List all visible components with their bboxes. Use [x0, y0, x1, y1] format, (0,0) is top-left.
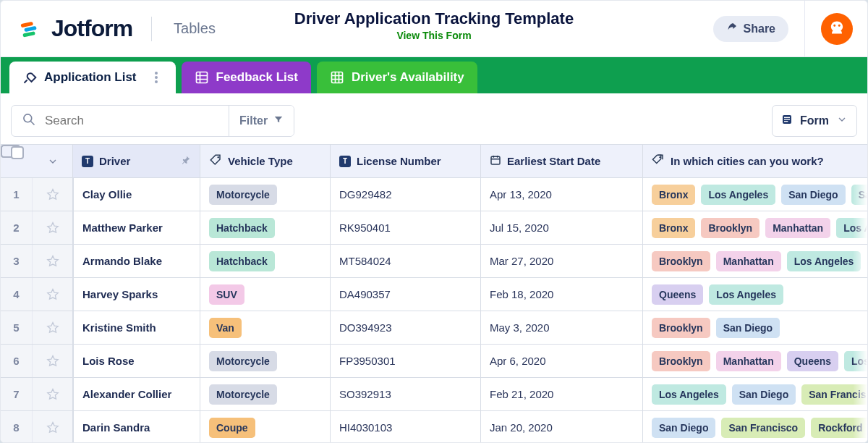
cell-vehicle[interactable]: SUV: [200, 278, 331, 311]
col-select-all[interactable]: [1, 145, 20, 158]
cell-license[interactable]: MT584024: [331, 245, 481, 277]
cell-license[interactable]: DA490357: [331, 278, 481, 311]
chip[interactable]: San Diego: [716, 318, 780, 338]
table-row[interactable]: 1Clay OllieMotorcycleDG929482Apr 13, 202…: [1, 178, 867, 211]
cell-start[interactable]: Mar 27, 2020: [481, 245, 643, 277]
cell-vehicle[interactable]: Coupe: [200, 411, 331, 443]
cell-driver[interactable]: Alexander Collier: [73, 378, 200, 410]
cell-start[interactable]: Apr 13, 2020: [481, 178, 643, 211]
chip[interactable]: Manhattan: [716, 251, 781, 271]
tab-menu-button[interactable]: [150, 69, 163, 86]
col-driver[interactable]: T Driver: [73, 145, 200, 177]
cell-cities[interactable]: San DiegoSan FranciscoRockford: [643, 411, 867, 443]
chip[interactable]: Motorcycle: [209, 384, 277, 405]
chip[interactable]: Los Angeles: [652, 384, 726, 405]
chip[interactable]: Brooklyn: [701, 218, 760, 238]
cell-start[interactable]: Feb 21, 2020: [481, 378, 643, 410]
cell-license[interactable]: DO394923: [331, 311, 481, 344]
tab-availability[interactable]: Driver's Availability: [317, 62, 477, 93]
cell-driver[interactable]: Armando Blake: [73, 245, 200, 277]
col-start[interactable]: Earliest Start Date: [481, 145, 643, 177]
chip[interactable]: Motorcycle: [209, 185, 277, 205]
cell-cities[interactable]: BronxLos AngelesSan DiegoSa: [643, 178, 867, 211]
cell-driver[interactable]: Kristine Smith: [73, 311, 200, 344]
cell-license[interactable]: DG929482: [331, 178, 481, 211]
row-star[interactable]: [33, 411, 73, 443]
cell-license[interactable]: HI4030103: [331, 411, 481, 443]
cell-vehicle[interactable]: Van: [200, 311, 331, 344]
chip[interactable]: San Francisco: [721, 418, 805, 438]
cell-cities[interactable]: QueensLos Angeles: [643, 278, 867, 311]
chip[interactable]: Brooklyn: [652, 251, 710, 271]
table-row[interactable]: 8Darin SandraCoupeHI4030103Jan 20, 2020S…: [1, 411, 867, 443]
table-row[interactable]: 7Alexander CollierMotorcycleSO392913Feb …: [1, 378, 867, 411]
table-row[interactable]: 5Kristine SmithVanDO394923May 3, 2020Bro…: [1, 311, 867, 345]
row-star[interactable]: [33, 278, 73, 311]
chip[interactable]: Los Angeles: [709, 284, 783, 305]
col-vehicle[interactable]: Vehicle Type: [200, 145, 331, 177]
cell-vehicle[interactable]: Motorcycle: [200, 345, 331, 377]
chip[interactable]: Manhattan: [716, 351, 781, 371]
cell-license[interactable]: SO392913: [331, 378, 481, 410]
chip[interactable]: Los A: [836, 218, 867, 238]
cell-driver[interactable]: Matthew Parker: [73, 211, 200, 244]
cell-start[interactable]: Jan 20, 2020: [481, 411, 643, 443]
chip[interactable]: Los: [844, 351, 867, 371]
cell-cities[interactable]: Los AngelesSan DiegoSan Francis: [643, 378, 867, 410]
filter-button[interactable]: Filter: [229, 106, 294, 136]
chip[interactable]: Queens: [652, 284, 703, 305]
avatar[interactable]: [821, 13, 853, 45]
cell-driver[interactable]: Lois Rose: [73, 345, 200, 377]
view-form-link[interactable]: View This Form: [294, 30, 574, 41]
chip[interactable]: Los Angeles: [787, 251, 861, 271]
chip[interactable]: San Diego: [652, 418, 715, 438]
chip[interactable]: Rockford: [811, 418, 867, 438]
table-row[interactable]: 3Armando BlakeHatchbackMT584024Mar 27, 2…: [1, 245, 867, 278]
cell-driver[interactable]: Harvey Sparks: [73, 278, 200, 311]
chip[interactable]: Coupe: [209, 418, 255, 438]
cell-vehicle[interactable]: Hatchback: [200, 245, 331, 277]
row-star[interactable]: [33, 178, 73, 211]
row-star[interactable]: [33, 311, 73, 344]
chip[interactable]: SUV: [209, 284, 244, 305]
cell-vehicle[interactable]: Hatchback: [200, 211, 331, 244]
col-license[interactable]: T License Number: [331, 145, 481, 177]
col-cities[interactable]: In which cities can you work?: [643, 145, 867, 177]
row-star[interactable]: [33, 378, 73, 410]
cell-driver[interactable]: Darin Sandra: [73, 411, 200, 443]
cell-start[interactable]: May 3, 2020: [481, 311, 643, 344]
row-star[interactable]: [33, 345, 73, 377]
table-row[interactable]: 6Lois RoseMotorcycleFP3950301Apr 6, 2020…: [1, 345, 867, 378]
chip[interactable]: San Diego: [781, 185, 845, 205]
chip[interactable]: Sa: [851, 185, 867, 205]
chip[interactable]: Hatchback: [209, 251, 275, 271]
chip[interactable]: Hatchback: [209, 218, 275, 238]
cell-license[interactable]: FP3950301: [331, 345, 481, 377]
cell-vehicle[interactable]: Motorcycle: [200, 378, 331, 410]
chip[interactable]: Brooklyn: [652, 318, 710, 338]
chip[interactable]: San Diego: [732, 384, 796, 405]
chip[interactable]: Manhattan: [765, 218, 830, 238]
cell-vehicle[interactable]: Motorcycle: [200, 178, 331, 211]
table-row[interactable]: 2Matthew ParkerHatchbackRK950401Jul 15, …: [1, 211, 867, 245]
cell-cities[interactable]: BrooklynManhattanQueensLos: [643, 345, 867, 377]
cell-license[interactable]: RK950401: [331, 211, 481, 244]
cell-start[interactable]: Jul 15, 2020: [481, 211, 643, 244]
chip[interactable]: Motorcycle: [209, 351, 277, 371]
cell-cities[interactable]: BronxBrooklynManhattanLos A: [643, 211, 867, 244]
brand-section[interactable]: Tables: [174, 20, 216, 37]
chip[interactable]: Bronx: [652, 218, 695, 238]
chip[interactable]: San Francis: [801, 384, 867, 405]
chip[interactable]: Van: [209, 318, 242, 338]
tab-application-list[interactable]: Application List: [9, 62, 176, 93]
table-row[interactable]: 4Harvey SparksSUVDA490357Feb 18, 2020Que…: [1, 278, 867, 311]
cell-cities[interactable]: BrooklynManhattanLos Angeles: [643, 245, 867, 277]
share-button[interactable]: Share: [713, 16, 788, 42]
cell-driver[interactable]: Clay Ollie: [73, 178, 200, 211]
chip[interactable]: Los Angeles: [701, 185, 775, 205]
col-expand[interactable]: [33, 145, 73, 177]
cell-cities[interactable]: BrooklynSan Diego: [643, 311, 867, 344]
row-star[interactable]: [33, 245, 73, 277]
tab-feedback-list[interactable]: Feedback List: [182, 62, 311, 93]
chip[interactable]: Queens: [787, 351, 838, 371]
